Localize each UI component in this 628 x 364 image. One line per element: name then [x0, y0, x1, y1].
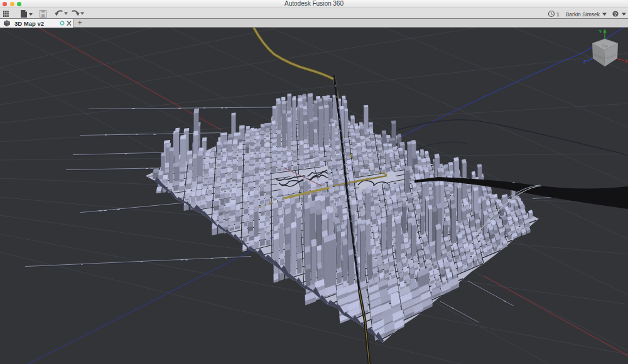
svg-text:X: X — [625, 59, 628, 63]
svg-text:1: 1 — [556, 11, 560, 18]
svg-text:Barkin Simsek: Barkin Simsek — [566, 11, 600, 18]
svg-text:Y: Y — [599, 29, 602, 34]
svg-text:Z: Z — [583, 60, 587, 64]
svg-text:?: ? — [614, 11, 617, 17]
